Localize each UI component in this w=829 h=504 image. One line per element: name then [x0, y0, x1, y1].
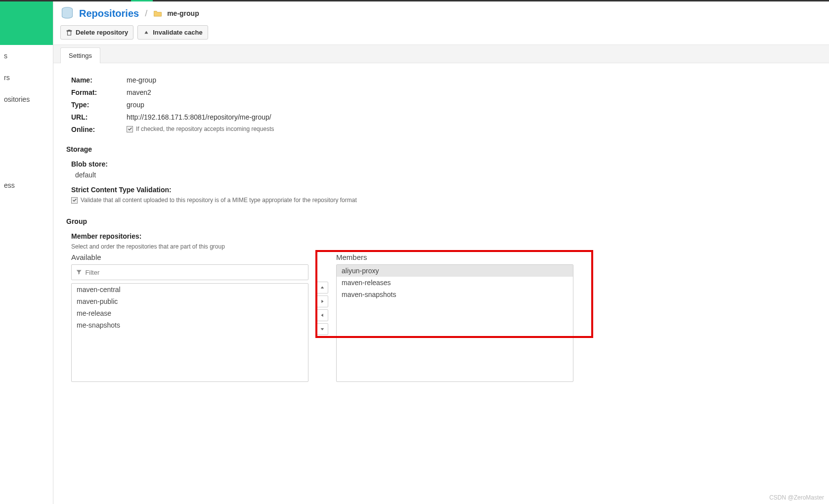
tab-strip: Settings [53, 44, 829, 63]
members-column: Members aliyun-proxy maven-releases mave… [336, 253, 573, 382]
list-item[interactable]: maven-snapshots [337, 289, 573, 300]
breadcrumb-separator: / [145, 8, 147, 19]
available-label: Available [71, 253, 308, 261]
storage-header: Storage [66, 145, 816, 153]
invalidate-cache-label: Invalidate cache [153, 29, 202, 36]
delete-repository-label: Delete repository [76, 29, 128, 36]
sidebar-item[interactable]: ositories [0, 88, 53, 110]
format-label: Format: [71, 88, 127, 96]
dual-list: Available maven-central maven-public me-… [71, 253, 816, 382]
move-left-button[interactable] [316, 309, 328, 321]
list-item[interactable]: maven-public [72, 295, 308, 307]
filter-box[interactable] [71, 264, 308, 280]
filter-input[interactable] [85, 269, 304, 276]
folder-group-icon [153, 9, 162, 18]
breadcrumb-title[interactable]: Repositories [79, 8, 139, 19]
toolbar: Delete repository Invalidate cache [53, 25, 829, 44]
arrow-controls [316, 282, 328, 335]
breadcrumb-row: Repositories / me-group [53, 1, 829, 25]
strict-validation-checkbox[interactable] [71, 197, 78, 204]
main-content: Repositories / me-group Delete repositor… [53, 1, 829, 504]
sidebar-item[interactable]: s [0, 45, 53, 67]
available-list[interactable]: maven-central maven-public me-release me… [71, 283, 308, 382]
move-down-button[interactable] [316, 323, 328, 335]
move-right-button[interactable] [316, 295, 328, 307]
name-value: me-group [127, 76, 156, 84]
filter-icon [76, 269, 82, 276]
member-repos-desc: Select and order the repositories that a… [71, 243, 816, 250]
member-repos-label: Member repositories: [71, 232, 816, 240]
strict-validation-label: Strict Content Type Validation: [71, 186, 816, 194]
tab-settings[interactable]: Settings [60, 47, 100, 63]
group-header: Group [66, 217, 816, 225]
blob-store-label: Blob store: [71, 160, 816, 168]
list-item[interactable]: aliyun-proxy [337, 265, 573, 277]
sidebar-item[interactable]: rs [0, 67, 53, 88]
list-item[interactable]: me-release [72, 307, 308, 319]
sidebar: s rs ositories ess [0, 1, 53, 504]
delete-repository-button[interactable]: Delete repository [60, 25, 133, 40]
members-label: Members [336, 253, 573, 261]
online-label: Online: [71, 126, 127, 133]
strict-validation-help: Validate that all content uploaded to th… [81, 197, 357, 204]
list-item[interactable]: maven-releases [337, 277, 573, 289]
name-label: Name: [71, 76, 127, 84]
members-list[interactable]: aliyun-proxy maven-releases maven-snapsh… [336, 264, 573, 382]
online-help-text: If checked, the repository accepts incom… [136, 126, 274, 132]
type-label: Type: [71, 101, 127, 109]
list-item[interactable]: maven-central [72, 284, 308, 295]
type-value: group [127, 101, 144, 109]
format-value: maven2 [127, 88, 151, 96]
blob-store-value: default [75, 171, 816, 179]
url-value: http://192.168.171.5:8081/repository/me-… [127, 113, 271, 121]
sidebar-item[interactable]: ess [0, 174, 53, 196]
list-item[interactable]: me-snapshots [72, 319, 308, 331]
invalidate-cache-button[interactable]: Invalidate cache [137, 25, 208, 40]
available-column: Available maven-central maven-public me-… [71, 253, 308, 382]
settings-content: Name: me-group Format: maven2 Type: grou… [53, 63, 829, 392]
move-up-button[interactable] [316, 282, 328, 294]
url-label: URL: [71, 113, 127, 121]
breadcrumb-current: me-group [167, 9, 199, 17]
sidebar-item-active[interactable] [0, 1, 53, 45]
database-icon [60, 6, 74, 20]
watermark: CSDN @ZeroMaster [769, 494, 824, 501]
online-checkbox[interactable] [127, 126, 133, 132]
